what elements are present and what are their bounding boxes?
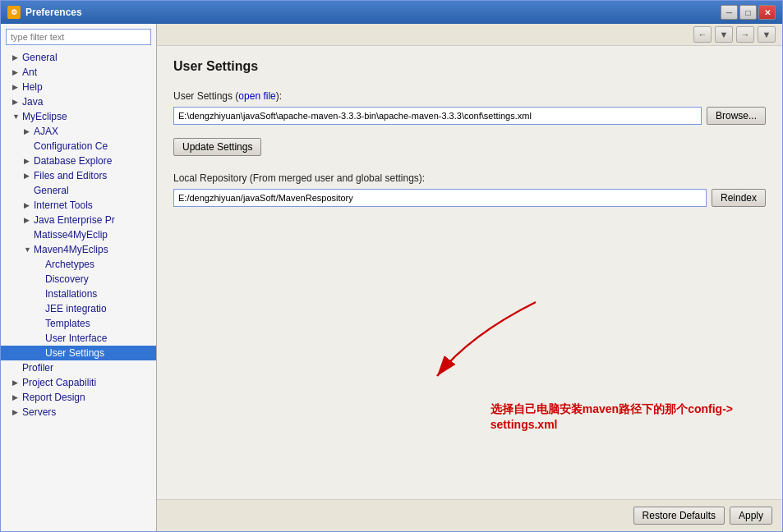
sidebar-item-label: Java: [22, 96, 43, 108]
sidebar-item-discovery[interactable]: Discovery: [1, 272, 156, 287]
sidebar-item-general[interactable]: ▶ General: [1, 50, 156, 65]
sidebar-item-ant[interactable]: ▶ Ant: [1, 65, 156, 80]
sidebar-item-myeclipse[interactable]: ▼ MyEclipse: [1, 109, 156, 124]
sidebar-item-label: User Settings: [45, 347, 104, 359]
annotation-text: 选择自己电脑安装maven路径下的那个config-> settings.xml: [491, 401, 733, 433]
sidebar-item-report-design[interactable]: ▶ Report Design: [1, 390, 156, 405]
navigation-toolbar: ← ▼ → ▼: [157, 24, 782, 46]
restore-defaults-button[interactable]: Restore Defaults: [633, 507, 725, 525]
expand-arrow: ▶: [12, 378, 21, 387]
forward-dropdown-button[interactable]: ▼: [758, 26, 776, 43]
right-panel: ← ▼ → ▼ User Settings User Settings (ope…: [157, 24, 782, 531]
open-file-link[interactable]: open file: [238, 90, 275, 102]
expand-arrow: ▶: [12, 393, 21, 401]
sidebar-item-profiler[interactable]: Profiler: [1, 360, 156, 375]
expand-arrow: ▶: [24, 216, 32, 224]
sidebar-item-label: Profiler: [22, 362, 53, 374]
local-repo-section: Local Repository (From merged user and g…: [173, 172, 766, 207]
update-settings-button[interactable]: Update Settings: [173, 138, 261, 156]
sidebar-item-label: Report Design: [22, 392, 85, 403]
sidebar-item-java[interactable]: ▶ Java: [1, 94, 156, 109]
label-text-before: User Settings (: [173, 90, 238, 102]
tree: ▶ General ▶ Ant ▶ Help ▶ Java: [1, 50, 156, 531]
sidebar-item-user-settings[interactable]: User Settings: [1, 346, 156, 360]
sidebar-item-user-interface[interactable]: User Interface: [1, 331, 156, 346]
sidebar-item-general-sub[interactable]: General: [1, 183, 156, 198]
sidebar-item-files-editors[interactable]: ▶ Files and Editors: [1, 168, 156, 183]
annotation-line2: settings.xml: [491, 417, 733, 433]
sidebar-item-installations[interactable]: Installations: [1, 287, 156, 301]
sidebar-item-label: Matisse4MyEclip: [34, 229, 108, 241]
sidebar-item-label: Help: [22, 81, 43, 93]
sidebar-item-label: Database Explore: [34, 155, 112, 167]
expand-arrow: ▼: [12, 112, 21, 121]
page-title: User Settings: [173, 59, 766, 74]
sidebar-item-java-enterprise[interactable]: ▶ Java Enterprise Pr: [1, 213, 156, 227]
back-dropdown-button[interactable]: ▼: [715, 26, 733, 43]
sidebar-item-maven[interactable]: ▼ Maven4MyEclips: [1, 242, 156, 257]
sidebar-item-templates[interactable]: Templates: [1, 316, 156, 331]
sidebar-item-label: General: [22, 52, 58, 63]
user-settings-path-input[interactable]: [173, 107, 702, 125]
sidebar-item-label: Installations: [45, 288, 97, 300]
bottom-buttons: Restore Defaults Apply: [157, 499, 782, 531]
sidebar-item-label: AJAX: [34, 126, 58, 137]
sidebar-item-help[interactable]: ▶ Help: [1, 80, 156, 94]
expand-arrow: ▶: [12, 68, 21, 76]
sidebar-item-label: Archetypes: [45, 259, 94, 270]
app-icon: ⚙: [7, 6, 21, 19]
sidebar-item-label: Ant: [22, 66, 37, 78]
expand-arrow: ▼: [24, 245, 32, 254]
sidebar-item-ajax[interactable]: ▶ AJAX: [1, 124, 156, 139]
sidebar-item-label: JEE integratio: [45, 303, 107, 314]
maximize-button[interactable]: □: [739, 5, 757, 20]
expand-arrow: ▶: [12, 53, 21, 62]
expand-arrow: ▶: [12, 98, 21, 106]
content-area: User Settings User Settings (open file):…: [157, 46, 782, 499]
sidebar-item-label: User Interface: [45, 332, 107, 344]
expand-arrow: ▶: [12, 408, 21, 416]
minimize-button[interactable]: ─: [721, 5, 738, 20]
local-repo-input-row: Reindex: [173, 189, 766, 207]
sidebar-item-label: Discovery: [45, 273, 89, 285]
user-settings-label: User Settings (open file):: [173, 90, 766, 102]
sidebar-item-config-ce[interactable]: Configuration Ce: [1, 139, 156, 154]
sidebar-item-jee-integration[interactable]: JEE integratio: [1, 301, 156, 316]
sidebar-item-label: Maven4MyEclips: [34, 244, 108, 255]
update-settings-row: Update Settings: [173, 138, 766, 156]
sidebar-item-label: Templates: [45, 318, 90, 329]
sidebar-item-project-capabiliti[interactable]: ▶ Project Capabiliti: [1, 375, 156, 390]
sidebar-item-label: Java Enterprise Pr: [34, 214, 115, 226]
expand-arrow: ▶: [24, 157, 32, 165]
annotation-arrow: [404, 294, 552, 392]
back-button[interactable]: ←: [693, 26, 712, 43]
sidebar-item-internet-tools[interactable]: ▶ Internet Tools: [1, 198, 156, 213]
sidebar-item-matisse[interactable]: Matisse4MyEclip: [1, 227, 156, 242]
sidebar-item-database-explore[interactable]: ▶ Database Explore: [1, 154, 156, 168]
expand-arrow: ▶: [24, 172, 32, 180]
main-content: ▶ General ▶ Ant ▶ Help ▶ Java: [1, 24, 782, 531]
sidebar-item-label: Servers: [22, 406, 56, 418]
local-repo-path-input[interactable]: [173, 189, 707, 207]
browse-button[interactable]: Browse...: [707, 107, 766, 125]
preferences-window: ⚙ Preferences ─ □ ✕ ▶ General ▶ Ant: [0, 0, 783, 532]
sidebar-item-archetypes[interactable]: Archetypes: [1, 257, 156, 272]
user-settings-section: User Settings (open file): Browse...: [173, 90, 766, 125]
apply-button[interactable]: Apply: [730, 507, 772, 525]
expand-arrow: ▶: [24, 127, 32, 135]
local-repo-label: Local Repository (From merged user and g…: [173, 172, 766, 184]
expand-arrow: ▶: [12, 83, 21, 91]
sidebar-item-label: MyEclipse: [22, 111, 67, 122]
filter-input[interactable]: [6, 29, 151, 45]
forward-button[interactable]: →: [736, 26, 754, 43]
window-title: Preferences: [25, 7, 721, 18]
expand-arrow: ▶: [24, 201, 32, 209]
sidebar-item-servers[interactable]: ▶ Servers: [1, 405, 156, 420]
close-button[interactable]: ✕: [758, 5, 776, 20]
sidebar-item-label: Configuration Ce: [34, 140, 108, 152]
annotation-line1: 选择自己电脑安装maven路径下的那个config->: [491, 401, 733, 418]
reindex-button[interactable]: Reindex: [712, 189, 766, 207]
sidebar-item-label: Project Capabiliti: [22, 377, 96, 388]
window-controls: ─ □ ✕: [721, 5, 776, 20]
label-text-after: ):: [276, 90, 282, 102]
